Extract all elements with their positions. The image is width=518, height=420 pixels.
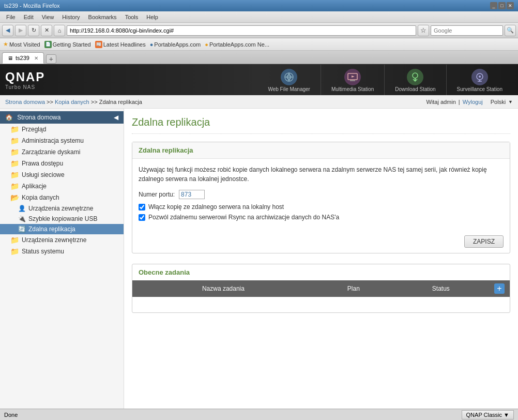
person-icon: 👤 <box>18 205 26 212</box>
sidebar-item-status[interactable]: 📁 Status systemu <box>0 246 124 257</box>
folder-icon: 📁 <box>10 148 19 156</box>
search-button[interactable]: 🔍 <box>505 25 516 36</box>
usb-icon: 🔌 <box>18 215 26 222</box>
sidebar-item-prawa[interactable]: 📁 Prawa dostępu <box>0 158 124 169</box>
folder-icon: 📁 <box>10 159 19 168</box>
theme-button[interactable]: QNAP Classic ▼ <box>462 410 514 419</box>
qnap-logo: QNAP Turbo NAS <box>5 70 45 90</box>
sidebar-collapse-icon[interactable]: ◀ <box>114 114 118 121</box>
bookmark-portableapps-ne[interactable]: ● PortableApps.com Ne... <box>205 41 269 48</box>
sidebar-item-aplikacje[interactable]: 📁 Aplikacje <box>0 181 124 192</box>
nav-surveillance-station[interactable]: Surveillance Station <box>447 65 513 95</box>
theme-label: QNAP Classic <box>466 412 502 418</box>
bookmark-star-button[interactable]: ☆ <box>418 25 429 36</box>
tabs-bar: 🖥 ts239 ✕ + <box>0 51 518 64</box>
menu-file[interactable]: File <box>2 13 20 21</box>
sidebar-item-label: Przegląd <box>22 126 46 133</box>
checkbox-remote-copy[interactable] <box>139 204 145 211</box>
content-area: Zdalna replikacja Zdalna replikacja Używ… <box>124 109 518 409</box>
breadcrumb-sep1: >> <box>47 99 55 105</box>
sidebar-item-urzadzenia[interactable]: 📁 Urządzenia zewnętrzne <box>0 234 124 246</box>
breadcrumb: Strona domowa >> Kopia danych >> Zdalna … <box>5 99 142 105</box>
close-button[interactable]: ✕ <box>507 2 514 9</box>
tasks-table-head: Nazwa zadania Plan Status + <box>132 280 510 297</box>
menu-tools[interactable]: Tools <box>121 13 143 21</box>
breadcrumb-current: Zdalna replikacja <box>99 99 142 105</box>
button-row: ZAPISZ <box>132 230 510 253</box>
sidebar-item-label: Status systemu <box>22 248 64 255</box>
checkbox-rsync[interactable] <box>139 214 145 221</box>
sidebar-item-label: Administracja systemu <box>22 137 84 144</box>
back-button[interactable]: ◀ <box>2 25 13 36</box>
url-bar[interactable] <box>67 25 416 36</box>
bookmark-portableapps[interactable]: ● PortableApps.com <box>150 41 201 48</box>
sidebar-item-zdalna[interactable]: 🔄 Zdalna replikacja <box>0 224 124 234</box>
app-wrapper: QNAP Turbo NAS Web File Manager Mult <box>0 64 518 420</box>
bookmark-getting-started[interactable]: 📄 Getting Started <box>44 41 91 48</box>
window-controls: _ □ ✕ <box>490 2 514 9</box>
checkbox1-label: Włącz kopię ze zdalnego serwera na lokal… <box>148 203 284 211</box>
menu-history[interactable]: History <box>58 13 84 21</box>
multimedia-station-label: Multimedia Station <box>331 86 374 92</box>
svg-point-9 <box>479 76 481 78</box>
bookmark-most-visited[interactable]: ★ Most Visited <box>3 41 40 48</box>
svg-marker-4 <box>352 76 355 78</box>
home-button[interactable]: ⌂ <box>54 25 65 36</box>
replikacja-section: Zdalna replikacja Używając tej funkcji m… <box>132 142 510 253</box>
search-input[interactable] <box>431 25 503 36</box>
tab-label: ts239 <box>16 55 29 61</box>
section1-title: Zdalna replikacja <box>132 142 510 159</box>
sidebar-item-uslugi[interactable]: 📁 Usługi sieciowe <box>0 169 124 181</box>
nav-download-station[interactable]: Download Station <box>385 65 446 95</box>
main-area: 🏠 Strona domowa ◀ 📁 Przegląd 📁 Administr… <box>0 109 518 409</box>
minimize-button[interactable]: _ <box>490 2 497 9</box>
breadcrumb-kopia[interactable]: Kopia danych <box>55 99 89 105</box>
user-info: Witaj admin | Wyloguj Polski ▼ <box>426 99 513 105</box>
col-status: Status <box>393 280 489 297</box>
menu-edit[interactable]: Edit <box>20 13 38 21</box>
menu-view[interactable]: View <box>38 13 58 21</box>
tab-favicon: 🖥 <box>8 55 13 61</box>
menu-bookmarks[interactable]: Bookmarks <box>84 13 121 21</box>
sidebar-item-dyski[interactable]: 📁 Zarządzanie dyskami <box>0 146 124 158</box>
separator-text: | <box>459 99 460 105</box>
checkbox2-label: Pozwól zdalnemu serwerowi Rsync na archi… <box>148 214 339 221</box>
sidebar-item-przeglad[interactable]: 📁 Przegląd <box>0 124 124 135</box>
menubar: File Edit View History Bookmarks Tools H… <box>0 11 518 23</box>
web-file-manager-label: Web File Manager <box>268 86 310 92</box>
logout-link[interactable]: Wyloguj <box>463 99 483 105</box>
status-right: QNAP Classic ▼ <box>462 410 514 419</box>
save-button[interactable]: ZAPISZ <box>464 235 504 248</box>
browser-toolbar: ◀ ▶ ↻ ✕ ⌂ ☆ 🔍 <box>0 23 518 38</box>
tab-ts239[interactable]: 🖥 ts239 ✕ <box>2 52 44 64</box>
add-task-button[interactable]: + <box>494 283 505 294</box>
bookmark-headlines[interactable]: 📰 Latest Headlines <box>95 41 146 48</box>
sidebar-item-usb[interactable]: 🔌 Szybkie kopiowanie USB <box>0 214 124 224</box>
sidebar-item-administracja[interactable]: 📁 Administracja systemu <box>0 135 124 146</box>
statusbar: Done QNAP Classic ▼ <box>0 409 518 420</box>
tasks-empty-row <box>132 297 510 312</box>
nav-multimedia-station[interactable]: Multimedia Station <box>321 65 385 95</box>
tab-close-icon[interactable]: ✕ <box>34 55 38 61</box>
forward-button[interactable]: ▶ <box>15 25 26 36</box>
stop-button[interactable]: ✕ <box>41 25 52 36</box>
browser-titlebar: ts239 - Mozilla Firefox _ □ ✕ <box>0 0 518 11</box>
sidebar-item-kopia[interactable]: 📂 Kopia danych <box>0 192 124 203</box>
maximize-button[interactable]: □ <box>498 2 506 9</box>
tasks-header-row: Nazwa zadania Plan Status + <box>132 280 510 297</box>
nav-web-file-manager[interactable]: Web File Manager <box>257 65 321 95</box>
browser-title: ts239 - Mozilla Firefox <box>4 3 490 9</box>
sidebar-item-label: Kopia danych <box>22 194 59 201</box>
sidebar-item-label: Prawa dostępu <box>22 160 63 167</box>
breadcrumb-bar: Strona domowa >> Kopia danych >> Zdalna … <box>0 95 518 109</box>
sidebar-item-urzadzenia-zew[interactable]: 👤 Urządzenia zewnętrzne <box>0 203 124 214</box>
menu-help[interactable]: Help <box>142 13 162 21</box>
lang-dropdown-icon[interactable]: ▼ <box>508 99 513 104</box>
port-input[interactable] <box>179 190 205 199</box>
tasks-section: Obecne zadania Nazwa zadania Plan Status… <box>132 264 510 313</box>
reload-button[interactable]: ↻ <box>28 25 39 36</box>
header-nav-icons: Web File Manager Multimedia Station Down… <box>257 65 513 95</box>
new-tab-button[interactable]: + <box>46 54 56 64</box>
section1-body: Używając tej funkcji możesz robić kopie … <box>132 159 510 230</box>
breadcrumb-home[interactable]: Strona domowa <box>5 99 45 105</box>
